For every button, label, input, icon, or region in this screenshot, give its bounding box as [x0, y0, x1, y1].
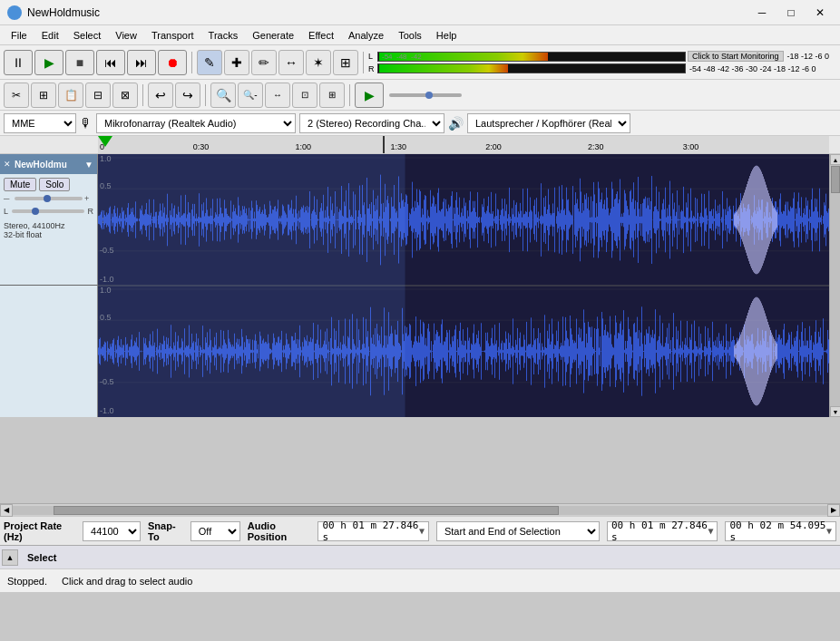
menu-tracks[interactable]: Tracks	[201, 28, 246, 43]
mute-button[interactable]: Mute	[4, 178, 36, 191]
multi-tool-button[interactable]: ⊞	[333, 50, 358, 75]
snap-to-select[interactable]: Off	[190, 521, 240, 541]
cut-button[interactable]: ✂	[4, 83, 29, 108]
menu-transport[interactable]: Transport	[144, 28, 201, 43]
speaker-icon: 🔊	[448, 116, 464, 131]
horizontal-scrollbar: ◀ ▶	[0, 503, 840, 516]
zoom-in-button[interactable]: 🔍	[210, 83, 236, 108]
menu-file[interactable]: File	[4, 28, 34, 43]
track-1-close-icon[interactable]: ✕	[4, 160, 11, 169]
channels-select[interactable]: 2 (Stereo) Recording Cha...	[299, 113, 444, 133]
menu-select[interactable]: Select	[66, 28, 109, 43]
vu-label-R: R	[368, 64, 376, 73]
scroll-up-button[interactable]: ▲	[830, 154, 840, 165]
copy-button[interactable]: ⊞	[31, 83, 56, 108]
timeline-ruler: 0 0:30 1:00 1:30 2:00 2:30 3:00	[98, 136, 829, 153]
vu-ticks-L: -54 -48 -42	[378, 53, 685, 61]
timeline[interactable]: 0 0:30 1:00 1:30 2:00 2:30 3:00	[0, 136, 840, 154]
audio-pos-arrow[interactable]: ▼	[419, 526, 425, 536]
hscroll-left-button[interactable]: ◀	[0, 504, 13, 517]
waveform-display[interactable]	[98, 154, 829, 417]
vu-label-L: L	[368, 52, 376, 61]
select-bar-up-arrow[interactable]: ▲	[2, 549, 18, 566]
track-1-menu-icon[interactable]: ▼	[84, 160, 93, 170]
vu-meter-L: -54 -48 -42	[377, 52, 686, 62]
hscroll-right-button[interactable]: ▶	[827, 504, 840, 517]
redo-button[interactable]: ↪	[175, 83, 200, 108]
menu-effect[interactable]: Effect	[301, 28, 341, 43]
scroll-thumb[interactable]	[831, 166, 840, 193]
menu-view[interactable]: View	[108, 28, 144, 43]
hscroll-thumb[interactable]	[54, 506, 559, 515]
timeline-marker-2m: 2:00	[485, 142, 502, 151]
close-button[interactable]: ✕	[807, 4, 833, 22]
zoom-sel-button[interactable]: ⊡	[292, 83, 317, 108]
scroll-down-button[interactable]: ▼	[830, 406, 840, 417]
playback-speed-slider-container	[386, 93, 465, 97]
record-button[interactable]: ⏺	[158, 50, 187, 75]
timeshift-tool-button[interactable]: ✶	[306, 50, 331, 75]
gain-slider-track[interactable]	[15, 197, 83, 200]
paste-button[interactable]: 📋	[58, 83, 83, 108]
trim-button[interactable]: ⊟	[85, 83, 111, 108]
skip-back-button[interactable]: ⏮	[96, 50, 125, 75]
play-button[interactable]: ▶	[34, 50, 63, 75]
gain-slider-thumb[interactable]	[44, 195, 51, 202]
project-rate-select[interactable]: 44100	[83, 521, 141, 541]
timeline-marker-130: 1:30	[390, 142, 406, 151]
track-1-info-line2: 32-bit float	[4, 230, 93, 239]
click-to-start-monitoring[interactable]: Click to Start Monitoring	[688, 51, 784, 62]
skip-forward-button[interactable]: ⏭	[127, 50, 156, 75]
maximize-button[interactable]: □	[778, 4, 804, 22]
solo-button[interactable]: Solo	[39, 178, 70, 191]
playback-speed-track	[389, 93, 462, 97]
playback-speed-thumb[interactable]	[425, 92, 433, 99]
sel-end-arrow[interactable]: ▼	[826, 526, 832, 536]
track-1-info-line1: Stereo, 44100Hz	[4, 221, 93, 230]
input-device-select[interactable]: Mikrofonarray (Realtek Audio)	[96, 113, 296, 133]
bottom-select-bar: ▲ Select	[0, 545, 840, 568]
audio-position-value: 00 h 01 m 27.846 s	[322, 520, 418, 543]
zoom-extra-button[interactable]: ⊞	[319, 83, 345, 108]
hscroll-track	[13, 506, 827, 515]
zoom-tool-button[interactable]: ↔	[278, 50, 304, 75]
undo-button[interactable]: ↩	[148, 83, 173, 108]
status-text: Stopped.	[7, 576, 47, 587]
statusbar: Stopped. Click and drag to select audio	[0, 568, 840, 592]
menu-analyze[interactable]: Analyze	[341, 28, 391, 43]
mic-icon: 🎙	[80, 116, 93, 131]
menu-tools[interactable]: Tools	[391, 28, 429, 43]
gain-row: ─ +	[4, 194, 93, 203]
separator-5	[349, 84, 350, 106]
pan-slider-thumb[interactable]	[32, 208, 39, 215]
minimize-button[interactable]: ─	[749, 4, 775, 22]
output-device-select[interactable]: Lautsprecher / Kopfhörer (Realt	[467, 113, 630, 133]
host-select[interactable]: MME	[4, 113, 76, 133]
select-label[interactable]: Select	[20, 552, 63, 563]
sel-start-arrow[interactable]: ▼	[708, 526, 713, 536]
vu-bar-R	[379, 64, 508, 73]
timeline-marker-1m: 1:00	[296, 142, 312, 151]
silence-button[interactable]: ⊠	[112, 83, 138, 108]
audio-position-label: Audio Position	[248, 520, 311, 542]
envelope-tool-button[interactable]: ✚	[224, 50, 249, 75]
titlebar: NewHoldmusic ─ □ ✕	[0, 0, 840, 25]
menu-edit[interactable]: Edit	[34, 28, 66, 43]
select-tool-button[interactable]: ✎	[197, 50, 222, 75]
separator-2	[363, 52, 364, 73]
zoom-out-button[interactable]: 🔍-	[238, 83, 263, 108]
draw-tool-button[interactable]: ✏	[251, 50, 277, 75]
gray-area	[0, 417, 840, 503]
selection-mode-select[interactable]: Start and End of Selection	[436, 521, 600, 541]
menu-help[interactable]: Help	[429, 28, 464, 43]
pause-button[interactable]: ⏸	[4, 50, 33, 75]
track-1-info: Stereo, 44100Hz 32-bit float	[4, 218, 93, 239]
menu-generate[interactable]: Generate	[245, 28, 301, 43]
project-rate-row: Project Rate (Hz) 44100 Snap-To Off Audi…	[0, 516, 840, 545]
vu-tick: -54 -48 -42	[382, 53, 422, 61]
pan-slider-track[interactable]	[12, 209, 83, 213]
zoom-fit-button[interactable]: ↔	[265, 83, 290, 108]
vu-meters: L -54 -48 -42 Click to Start Monitoring …	[368, 51, 829, 73]
stop-button[interactable]: ■	[65, 50, 94, 75]
play-at-speed-button[interactable]: ▶	[355, 83, 384, 108]
